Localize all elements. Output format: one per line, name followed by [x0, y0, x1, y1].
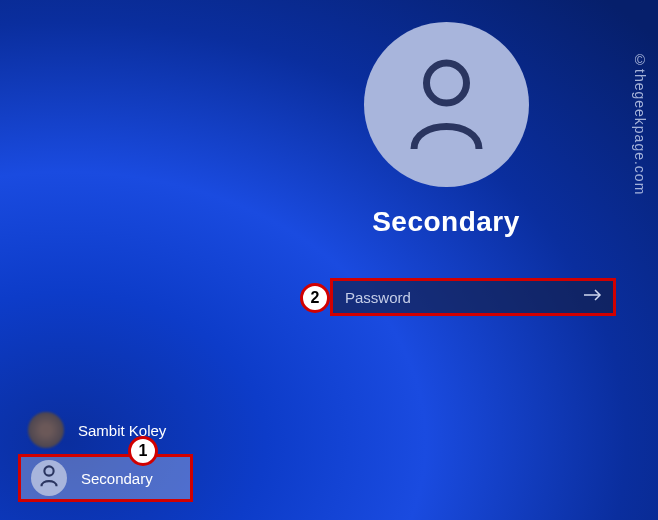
annotation-marker-2: 2: [300, 283, 330, 313]
arrow-right-icon: [583, 288, 603, 306]
user-item-secondary[interactable]: Secondary: [18, 454, 193, 502]
user-avatar-large: [364, 22, 529, 187]
annotation-marker-1: 1: [128, 436, 158, 466]
user-item-label: Sambit Koley: [78, 422, 166, 439]
user-item-label: Secondary: [81, 470, 153, 487]
person-icon: [39, 465, 59, 491]
svg-point-0: [427, 63, 467, 103]
user-avatar-small: [28, 412, 64, 448]
submit-arrow-button[interactable]: [573, 281, 613, 313]
password-field-container: [330, 278, 616, 316]
svg-point-2: [44, 466, 53, 475]
password-input[interactable]: [333, 289, 573, 306]
user-avatar-small: [31, 460, 67, 496]
user-item-sambit-koley[interactable]: Sambit Koley: [18, 406, 193, 454]
person-icon: [404, 57, 489, 152]
user-account-list: Sambit Koley Secondary: [18, 406, 193, 502]
selected-username: Secondary: [330, 206, 562, 238]
watermark-text: ©thegeekpage.com: [632, 52, 648, 195]
